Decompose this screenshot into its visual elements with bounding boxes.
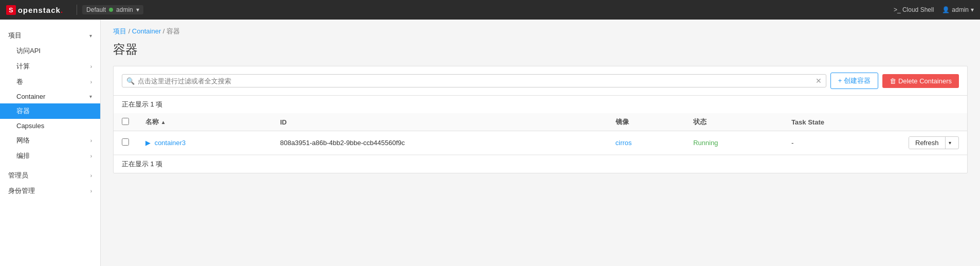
container-name-link[interactable]: container3 <box>155 139 186 147</box>
env-default-label: Default <box>86 6 106 13</box>
breadcrumb-item-Container[interactable]: Container <box>132 27 161 35</box>
sidebar-item-Container[interactable]: Container ▾ <box>0 90 100 103</box>
delete-icon: 🗑 <box>890 77 896 85</box>
col-task-state: Task State <box>783 113 900 131</box>
cloud-shell-label: >_ Cloud Shell <box>894 6 934 13</box>
chevron-down-icon-2: ▾ <box>89 94 92 99</box>
create-container-button[interactable]: + 创建容器 <box>830 73 878 89</box>
breadcrumb-item-项目[interactable]: 项目 <box>113 27 126 35</box>
row-checkbox[interactable] <box>122 138 129 146</box>
table-header-row: 名称 ▲ ID 镜像 状态 <box>114 113 967 131</box>
env-chevron-icon: ▾ <box>136 6 139 13</box>
delete-containers-label: Delete Containers <box>898 77 952 85</box>
delete-containers-button[interactable]: 🗑 Delete Containers <box>882 74 959 88</box>
sidebar-item-项目[interactable]: 项目 ▾ <box>0 28 100 43</box>
chevron-down-icon: ▾ <box>89 33 92 39</box>
row-image-cell: cirros <box>607 131 685 155</box>
sidebar-item-卷[interactable]: 卷 › <box>0 74 100 90</box>
row-status-cell: Running <box>685 131 783 155</box>
count-info-top: 正在显示 1 项 <box>114 96 967 113</box>
sidebar-label-Container: Container <box>16 93 45 100</box>
col-checkbox <box>114 113 137 131</box>
sidebar-item-计算[interactable]: 计算 › <box>0 59 100 74</box>
sidebar-label-项目: 项目 <box>8 31 22 40</box>
col-name[interactable]: 名称 ▲ <box>137 113 272 131</box>
chevron-right-icon-5: › <box>90 173 92 179</box>
container-image-link[interactable]: cirros <box>616 139 632 147</box>
sidebar-label-身份管理: 身份管理 <box>8 186 35 196</box>
search-clear-icon[interactable]: ✕ <box>816 77 822 85</box>
search-icon: 🔍 <box>126 77 135 85</box>
sidebar-label-计算: 计算 <box>16 62 30 71</box>
table-header: 名称 ▲ ID 镜像 状态 <box>114 113 967 131</box>
refresh-dropdown-button[interactable]: ▾ <box>945 137 954 149</box>
table-container: 名称 ▲ ID 镜像 状态 <box>114 113 967 155</box>
admin-chevron-icon: ▾ <box>971 6 974 13</box>
sidebar-item-访问API[interactable]: 访问API <box>0 43 100 59</box>
chevron-right-icon-6: › <box>90 188 92 194</box>
env-selector[interactable]: Default admin ▾ <box>82 5 143 14</box>
container-task-state: - <box>791 139 793 147</box>
row-checkbox-cell <box>114 131 137 155</box>
create-container-label: + 创建容器 <box>838 77 871 84</box>
sidebar-item-身份管理[interactable]: 身份管理 › <box>0 183 100 199</box>
search-box[interactable]: 🔍 ✕ <box>122 74 826 87</box>
chevron-right-icon-2: › <box>90 79 92 85</box>
sidebar-item-Capsules[interactable]: Capsules <box>0 119 100 133</box>
sidebar-label-容器: 容器 <box>16 107 30 115</box>
breadcrumb: 项目 / Container / 容器 <box>101 20 980 39</box>
breadcrumb-separator-1: / <box>128 27 132 35</box>
logo-text: openstack. <box>18 6 63 14</box>
admin-icon: 👤 <box>942 6 950 13</box>
breadcrumb-separator-2: / <box>163 27 167 35</box>
refresh-button-group: Refresh ▾ <box>909 136 959 149</box>
env-user-label: admin <box>116 6 133 13</box>
sidebar-item-编排[interactable]: 编排 › <box>0 148 100 164</box>
cloud-shell-button[interactable]: >_ Cloud Shell <box>894 6 934 13</box>
navbar-right: >_ Cloud Shell 👤 admin ▾ <box>894 6 974 13</box>
expand-icon[interactable]: ▶ <box>145 139 151 147</box>
admin-menu-button[interactable]: 👤 admin ▾ <box>942 6 974 13</box>
select-all-checkbox[interactable] <box>122 118 129 125</box>
main-content: 项目 / Container / 容器 容器 🔍 ✕ + 创建容器 � <box>101 20 980 266</box>
row-id-cell: 808a3951-a86b-4bb2-9bbe-ccb445560f9c <box>272 131 607 155</box>
sidebar-label-访问API: 访问API <box>16 47 41 55</box>
col-image: 镜像 <box>607 113 685 131</box>
table-row: ▶ container3 808a3951-a86b-4bb2-9bbe-ccb… <box>114 131 967 155</box>
toolbar: 🔍 ✕ + 创建容器 🗑 Delete Containers <box>114 66 967 96</box>
row-actions-cell: Refresh ▾ <box>900 131 967 155</box>
sort-icon-name: ▲ <box>161 119 166 125</box>
table-body: ▶ container3 808a3951-a86b-4bb2-9bbe-ccb… <box>114 131 967 155</box>
col-id-label: ID <box>280 118 287 126</box>
col-name-label: 名称 <box>145 118 159 126</box>
brand-logo[interactable]: S openstack. <box>6 5 63 15</box>
sidebar-item-网络[interactable]: 网络 › <box>0 133 100 148</box>
breadcrumb-item-容器: 容器 <box>167 27 180 35</box>
sidebar-item-管理员[interactable]: 管理员 › <box>0 168 100 183</box>
sidebar: 项目 ▾ 访问API 计算 › 卷 › Container ▾ 容器 C <box>0 20 101 266</box>
col-id: ID <box>272 113 607 131</box>
col-image-label: 镜像 <box>616 118 629 126</box>
container-status: Running <box>693 139 718 147</box>
sidebar-label-管理员: 管理员 <box>8 171 28 180</box>
col-task-state-label: Task State <box>791 118 824 126</box>
sidebar-section-project: 项目 ▾ 访问API 计算 › 卷 › Container ▾ 容器 C <box>0 24 100 168</box>
refresh-button[interactable]: Refresh <box>909 137 945 149</box>
search-input[interactable] <box>138 77 816 85</box>
chevron-right-icon: › <box>90 64 92 69</box>
admin-label: admin <box>952 6 969 13</box>
sidebar-label-卷: 卷 <box>16 77 23 86</box>
chevron-right-icon-3: › <box>90 138 92 144</box>
sidebar-item-容器[interactable]: 容器 <box>0 103 100 119</box>
sidebar-label-Capsules: Capsules <box>16 122 44 130</box>
content-area: 🔍 ✕ + 创建容器 🗑 Delete Containers 正在显示 1 项 <box>113 66 968 173</box>
row-name-cell: ▶ container3 <box>137 131 272 155</box>
count-info-bottom: 正在显示 1 项 <box>114 155 967 173</box>
col-status: 状态 <box>685 113 783 131</box>
top-navbar: S openstack. Default admin ▾ >_ Cloud Sh… <box>0 0 980 20</box>
chevron-right-icon-4: › <box>90 153 92 159</box>
col-actions <box>900 113 967 131</box>
containers-table: 名称 ▲ ID 镜像 状态 <box>114 113 967 155</box>
row-task-state-cell: - <box>783 131 900 155</box>
env-status-dot <box>109 8 113 12</box>
